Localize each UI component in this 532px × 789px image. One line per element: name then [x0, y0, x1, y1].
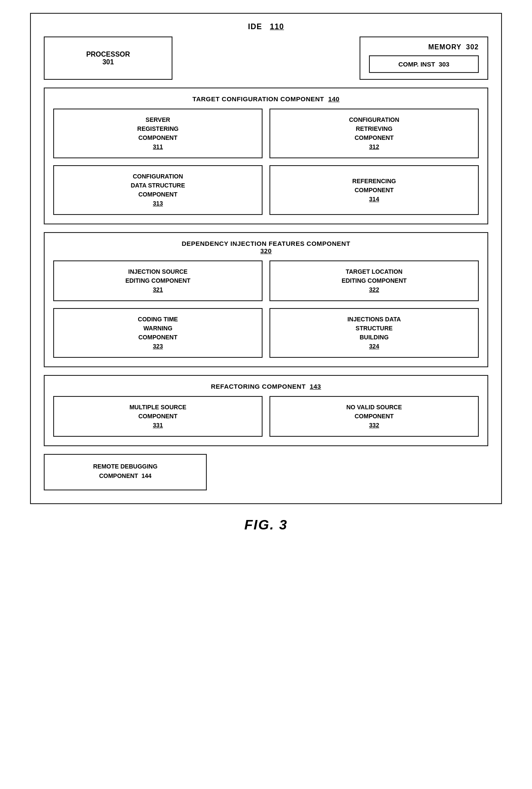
target-config-title-text: TARGET CONFIGURATION COMPONENT [193, 95, 324, 103]
injection-source-box: INJECTION SOURCE EDITING COMPONENT 321 [53, 260, 263, 301]
refactoring-block: REFACTORING COMPONENT 143 MULTIPLE SOURC… [44, 375, 488, 446]
target-config-title: TARGET CONFIGURATION COMPONENT 140 [53, 95, 479, 103]
target-config-grid: SERVER REGISTERING COMPONENT 311 CONFIGU… [53, 109, 479, 215]
injections-data-structure-box: INJECTIONS DATA STRUCTURE BUILDING 324 [269, 308, 479, 358]
refactoring-grid: MULTIPLE SOURCE COMPONENT 331 NO VALID S… [53, 396, 479, 437]
config-retrieving-box: CONFIGURATION RETRIEVING COMPONENT 312 [269, 109, 479, 158]
target-location-number: 322 [369, 285, 379, 294]
referencing-text: REFERENCING COMPONENT [352, 177, 396, 195]
comp-inst-number: 303 [438, 60, 449, 68]
ide-label: IDE 110 [44, 22, 488, 31]
coding-time-warning-box: CODING TIME WARNING COMPONENT 323 [53, 308, 263, 358]
multiple-source-text: MULTIPLE SOURCE COMPONENT [130, 403, 187, 421]
memory-group: MEMORY 302 COMP. INST 303 [360, 36, 488, 80]
multiple-source-number: 331 [153, 421, 163, 430]
server-registering-text: SERVER REGISTERING COMPONENT [137, 115, 178, 142]
dep-inject-grid: INJECTION SOURCE EDITING COMPONENT 321 T… [53, 260, 479, 358]
processor-label: PROCESSOR [86, 51, 130, 58]
fig-label: FIG. 3 [245, 517, 288, 533]
config-retrieving-text: CONFIGURATION RETRIEVING COMPONENT [349, 115, 399, 142]
server-registering-number: 311 [153, 142, 163, 151]
refactoring-title: REFACTORING COMPONENT 143 [53, 383, 479, 390]
memory-number: 302 [466, 43, 479, 51]
referencing-number: 314 [369, 195, 379, 204]
ide-number: 110 [270, 22, 284, 31]
refactoring-number: 143 [310, 383, 321, 390]
refactoring-title-text: REFACTORING COMPONENT [211, 383, 306, 390]
no-valid-source-box: NO VALID SOURCE COMPONENT 332 [269, 396, 479, 437]
diagram-outer: IDE 110 PROCESSOR 301 MEMORY 302 COMP. I… [30, 13, 502, 504]
processor-number: 301 [103, 58, 114, 66]
config-data-structure-number: 313 [153, 199, 163, 208]
fig-label-text: FIG. 3 [245, 517, 288, 532]
comp-inst-box: COMP. INST 303 [369, 55, 479, 73]
memory-label: MEMORY 302 [369, 43, 479, 51]
no-valid-source-text: NO VALID SOURCE COMPONENT [346, 403, 402, 421]
page-wrapper: IDE 110 PROCESSOR 301 MEMORY 302 COMP. I… [9, 9, 523, 533]
coding-time-warning-text: CODING TIME WARNING COMPONENT [138, 315, 178, 342]
ide-text: IDE [248, 22, 262, 31]
remote-debug-number: 144 [142, 472, 151, 479]
dep-inject-number: 320 [260, 247, 272, 254]
top-row: PROCESSOR 301 MEMORY 302 COMP. INST 303 [44, 36, 488, 80]
coding-time-warning-number: 323 [153, 342, 163, 351]
target-config-number: 140 [328, 95, 340, 103]
injections-data-structure-number: 324 [369, 342, 379, 351]
referencing-box: REFERENCING COMPONENT 314 [269, 165, 479, 215]
processor-box: PROCESSOR 301 [44, 36, 172, 80]
config-data-structure-text: CONFIGURATION DATA STRUCTURE COMPONENT [131, 172, 185, 199]
target-location-text: TARGET LOCATION EDITING COMPONENT [342, 267, 407, 285]
injection-source-text: INJECTION SOURCE EDITING COMPONENT [125, 267, 190, 285]
target-config-block: TARGET CONFIGURATION COMPONENT 140 SERVE… [44, 88, 488, 224]
injection-source-number: 321 [153, 285, 163, 294]
config-data-structure-box: CONFIGURATION DATA STRUCTURE COMPONENT 3… [53, 165, 263, 215]
remote-debug-content: REMOTE DEBUGGING COMPONENT 144 [53, 462, 197, 481]
dep-inject-title-text: DEPENDENCY INJECTION FEATURES COMPONENT [181, 240, 350, 247]
server-registering-box: SERVER REGISTERING COMPONENT 311 [53, 109, 263, 158]
no-valid-source-number: 332 [369, 421, 379, 430]
dep-inject-title: DEPENDENCY INJECTION FEATURES COMPONENT … [53, 240, 479, 254]
memory-text: MEMORY [428, 43, 461, 51]
dep-inject-block: DEPENDENCY INJECTION FEATURES COMPONENT … [44, 232, 488, 367]
comp-inst-label: COMP. INST [399, 60, 435, 68]
config-retrieving-number: 312 [369, 142, 379, 151]
multiple-source-box: MULTIPLE SOURCE COMPONENT 331 [53, 396, 263, 437]
remote-debug-block: REMOTE DEBUGGING COMPONENT 144 [44, 454, 207, 490]
injections-data-structure-text: INJECTIONS DATA STRUCTURE BUILDING [348, 315, 401, 342]
target-location-box: TARGET LOCATION EDITING COMPONENT 322 [269, 260, 479, 301]
